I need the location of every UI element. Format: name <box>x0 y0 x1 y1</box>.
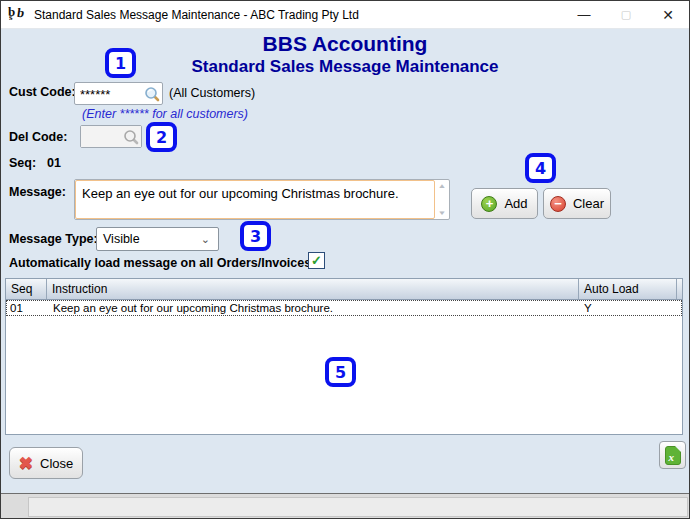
chevron-down-icon: ⌄ <box>201 233 210 246</box>
callout-1: 1 <box>105 48 136 78</box>
seq-value: 01 <box>47 156 61 170</box>
cell-instruction: Keep an eye out for our upcoming Christm… <box>47 302 579 314</box>
logo-letter: b <box>16 5 25 21</box>
add-button-label: Add <box>504 196 527 211</box>
cust-code-lookup <box>74 82 163 105</box>
cell-seq: 01 <box>6 302 47 314</box>
checkmark-icon: ✓ <box>311 253 322 268</box>
del-code-label: Del Code: <box>9 130 67 144</box>
close-button[interactable]: ✖ Close <box>9 447 83 479</box>
column-header-seq: Seq <box>6 279 47 299</box>
column-header-instruction: Instruction <box>47 279 579 299</box>
app-window: b s b Standard Sales Message Maintenance… <box>0 0 690 519</box>
seq-label: Seq: <box>9 156 36 170</box>
message-textarea[interactable]: Keep an eye out for our upcoming Christm… <box>74 179 450 220</box>
column-header-autoload: Auto Load <box>579 279 677 299</box>
status-panel <box>28 497 688 517</box>
callout-5: 5 <box>325 357 356 387</box>
close-button-label: Close <box>40 456 73 471</box>
callout-4: 4 <box>525 153 556 183</box>
callout-2: 2 <box>146 122 177 152</box>
excel-icon: x <box>665 446 681 465</box>
all-customers-text: (All Customers) <box>169 86 255 100</box>
close-x-icon: ✖ <box>19 453 33 474</box>
auto-load-checkbox[interactable]: ✓ <box>308 252 325 269</box>
export-excel-button[interactable]: x <box>659 441 686 469</box>
window-title: Standard Sales Message Maintenance - ABC… <box>34 8 359 22</box>
search-icon[interactable] <box>144 86 160 106</box>
auto-load-label: Automatically load message on all Orders… <box>9 256 315 270</box>
add-button[interactable]: + Add <box>471 188 538 219</box>
plus-icon: + <box>481 196 497 212</box>
app-header: BBS Accounting <box>1 32 689 56</box>
del-code-lookup <box>80 125 142 148</box>
table-row[interactable]: 01 Keep an eye out for our upcoming Chri… <box>6 300 682 316</box>
search-icon[interactable] <box>123 129 139 149</box>
message-type-label: Message Type: <box>9 232 98 246</box>
logo-letter: s <box>9 12 13 22</box>
maximize-button[interactable]: ▢ <box>605 1 647 28</box>
message-type-value: Visible <box>103 232 140 246</box>
cust-code-label: Cust Code: <box>9 85 76 99</box>
titlebar[interactable]: b s b Standard Sales Message Maintenance… <box>1 1 689 29</box>
window-close-button[interactable]: ✕ <box>647 1 689 28</box>
message-type-select[interactable]: Visible ⌄ <box>96 227 219 251</box>
clear-button-label: Clear <box>573 196 604 211</box>
cell-autoload: Y <box>579 302 677 314</box>
cust-code-hint: (Enter ****** for all customers) <box>82 107 248 121</box>
message-text[interactable]: Keep an eye out for our upcoming Christm… <box>75 180 435 219</box>
minus-icon: − <box>550 196 566 212</box>
message-label: Message: <box>9 185 66 199</box>
scroll-up-icon[interactable]: ▲ <box>438 183 447 189</box>
callout-3: 3 <box>240 221 271 251</box>
column-header-filler <box>677 279 682 299</box>
bbs-logo-icon: b s b <box>8 6 28 24</box>
clear-button[interactable]: − Clear <box>543 188 611 219</box>
grid-header: Seq Instruction Auto Load <box>6 279 682 300</box>
minimize-button[interactable]: — <box>563 1 605 28</box>
message-scrollbar[interactable]: ▲ ▼ <box>435 180 449 219</box>
status-bar <box>1 493 689 519</box>
scroll-down-icon[interactable]: ▼ <box>438 210 447 216</box>
